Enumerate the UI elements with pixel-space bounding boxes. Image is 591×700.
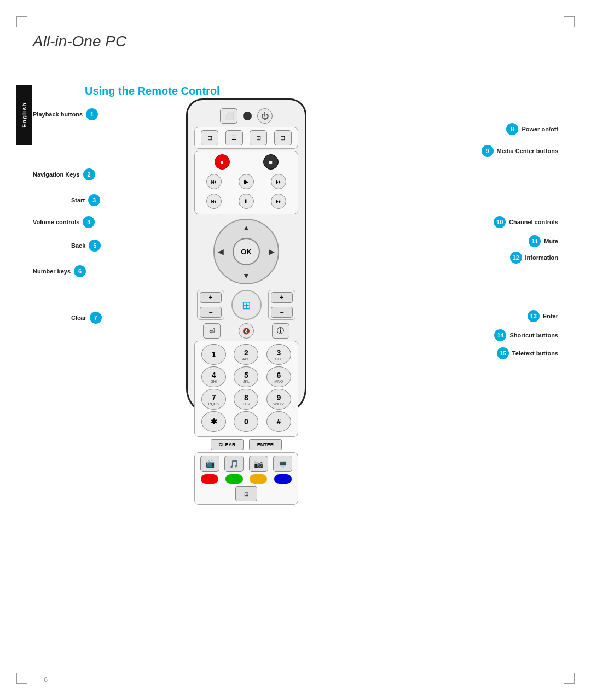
btn-back[interactable]: ⏎ — [203, 323, 221, 339]
numpad-row1: 1 2ABC 3DEF — [198, 344, 295, 365]
color-red-button[interactable] — [201, 474, 218, 484]
playback-row2: ⏮ ▶ ⏭ — [198, 174, 295, 189]
shortcut-btn2[interactable]: 🎵 — [224, 456, 244, 472]
label-enter: 13 Enter — [528, 310, 558, 322]
btn-screen[interactable]: ⬜ — [220, 108, 237, 124]
color-green-button[interactable] — [225, 474, 243, 484]
num-3[interactable]: 3DEF — [266, 344, 291, 365]
btn-pause[interactable]: ⏸ — [239, 194, 254, 209]
btn-play[interactable]: ▶ — [239, 174, 254, 189]
page-number: 6 — [44, 675, 48, 684]
remote-body: ⬜ ⏻ ⊞ ☰ ⊡ ⊟ ● ■ ⏮ ▶ ⏭ ⏮ — [186, 98, 306, 416]
vol-up[interactable]: + — [200, 292, 222, 303]
enter-button[interactable]: ENTER — [249, 439, 282, 450]
ir-sensor — [243, 112, 252, 120]
label-information-text: Information — [525, 254, 559, 261]
numpad-row4: ✱ 0 # — [198, 411, 295, 432]
windows-logo-icon: ⊞ — [242, 299, 251, 312]
label-start: Start 3 — [71, 194, 100, 206]
num-hash[interactable]: # — [266, 411, 291, 432]
btn-mc4[interactable]: ⊟ — [274, 130, 292, 145]
label-navigation: Navigation Keys 2 — [33, 168, 95, 180]
label-teletext-text: Teletext buttons — [512, 350, 558, 357]
btn-power[interactable]: ⏻ — [257, 108, 273, 124]
ch-up[interactable]: + — [271, 292, 293, 303]
color-blue-button[interactable] — [274, 474, 292, 484]
num-star[interactable]: ✱ — [201, 411, 226, 432]
nav-left-arrow[interactable]: ◀ — [218, 247, 224, 256]
btn-mc1[interactable]: ⊞ — [201, 130, 218, 145]
num-7[interactable]: 7PQRS — [201, 389, 226, 410]
label-number-text: Number keys — [33, 268, 71, 275]
nav-up-arrow[interactable]: ▲ — [242, 223, 250, 232]
label-number: Number keys 6 — [33, 265, 86, 277]
badge-7: 7 — [90, 312, 102, 324]
badge-11: 11 — [529, 235, 541, 247]
nav-pad: ▲ ▼ ◀ ▶ OK — [213, 219, 279, 284]
num-4[interactable]: 4GHI — [201, 366, 226, 387]
shortcut-btn3[interactable]: 📷 — [249, 456, 268, 472]
teletext-button[interactable]: ⊡ — [235, 486, 257, 501]
label-information: 12 Information — [510, 252, 559, 264]
vol-ch-section: + − ⊞ + − — [194, 289, 298, 321]
label-channel-text: Channel controls — [509, 219, 558, 225]
num-2[interactable]: 2ABC — [234, 344, 258, 365]
btn-mc2[interactable]: ☰ — [225, 130, 243, 145]
btn-prev[interactable]: ⏮ — [206, 194, 222, 209]
badge-8: 8 — [506, 123, 518, 135]
corner-br — [564, 673, 575, 684]
label-enter-text: Enter — [543, 313, 558, 319]
label-channel: 10 Channel controls — [494, 216, 558, 228]
label-teletext: 15 Teletext buttons — [497, 347, 558, 359]
label-navigation-text: Navigation Keys — [33, 171, 80, 178]
btn-mute[interactable]: 🔇 — [239, 323, 254, 339]
btn-mc3[interactable]: ⊡ — [250, 130, 267, 145]
label-mute: 11 Mute — [529, 235, 558, 247]
ch-down[interactable]: − — [271, 307, 293, 318]
btn-rewind[interactable]: ⏮ — [206, 174, 222, 189]
num-1[interactable]: 1 — [201, 344, 226, 365]
badge-2: 2 — [83, 168, 95, 180]
volume-block: + − — [197, 290, 224, 320]
ok-button[interactable]: OK — [233, 238, 260, 265]
clear-button[interactable]: CLEAR — [211, 439, 244, 450]
num-5[interactable]: 5JKL — [234, 366, 258, 387]
channel-block: + − — [268, 290, 296, 320]
label-playback-text: Playback buttons — [33, 111, 83, 118]
btn-fforward[interactable]: ⏭ — [271, 174, 286, 189]
btn-record[interactable]: ● — [215, 154, 230, 170]
badge-6: 6 — [74, 265, 86, 277]
num-0[interactable]: 0 — [234, 411, 258, 432]
teletext-row: ⊡ — [198, 486, 295, 501]
vol-down[interactable]: − — [200, 307, 222, 318]
badge-3: 3 — [88, 194, 100, 206]
shortcut-btn4[interactable]: 💻 — [273, 456, 292, 472]
label-clear-text: Clear — [71, 314, 86, 321]
label-shortcut-text: Shortcut buttons — [509, 332, 558, 339]
badge-10: 10 — [494, 216, 506, 228]
badge-9: 9 — [482, 145, 494, 157]
badge-4: 4 — [83, 216, 95, 228]
num-9[interactable]: 9WXYZ — [266, 389, 291, 410]
label-mediacenter-text: Media Center buttons — [497, 148, 558, 154]
start-button[interactable]: ⊞ — [231, 290, 262, 320]
num-6[interactable]: 6MNO — [266, 366, 291, 387]
label-back: Back 5 — [71, 240, 101, 252]
navigation-section: ▲ ▼ ◀ ▶ OK — [194, 217, 298, 287]
badge-15: 15 — [497, 347, 509, 359]
shortcut-row1: 📺 🎵 📷 💻 — [198, 456, 295, 472]
badge-1: 1 — [86, 108, 98, 120]
clear-enter-row: CLEAR ENTER — [194, 439, 298, 450]
btn-stop[interactable]: ■ — [263, 154, 279, 170]
nav-right-arrow[interactable]: ▶ — [269, 247, 275, 256]
num-8[interactable]: 8TUV — [234, 389, 258, 410]
btn-next[interactable]: ⏭ — [271, 194, 286, 209]
color-yellow-button[interactable] — [250, 474, 267, 484]
shortcut-btn1[interactable]: 📺 — [200, 456, 219, 472]
label-mute-text: Mute — [544, 238, 558, 244]
label-volume-text: Volume controls — [33, 219, 79, 225]
nav-down-arrow[interactable]: ▼ — [242, 271, 250, 280]
label-clear: Clear 7 — [71, 312, 102, 324]
btn-info[interactable]: ⓘ — [272, 323, 289, 339]
numpad-row2: 4GHI 5JKL 6MNO — [198, 366, 295, 387]
